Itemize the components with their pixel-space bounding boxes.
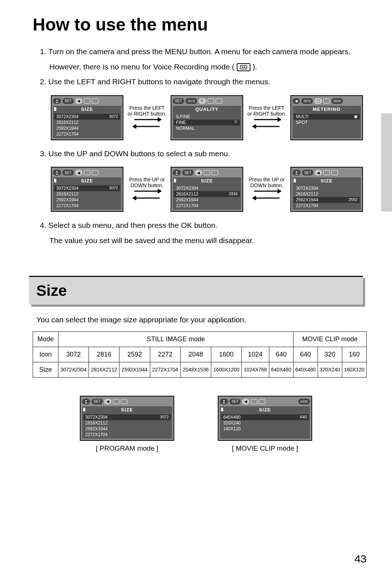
person-icon xyxy=(173,170,181,176)
screen-size-sel2: SET ◀ SIZE 3072X2304 2816X2112 2592X1944… xyxy=(290,167,363,212)
list-item: 3072X2304 xyxy=(174,185,240,191)
screen-title: SIZE xyxy=(220,406,310,413)
grid-icon xyxy=(323,170,330,175)
list-item: 2272X1704 xyxy=(174,203,240,209)
cell-mode-label: Mode xyxy=(33,331,58,347)
svg-marker-9 xyxy=(278,117,281,122)
svg-point-3 xyxy=(56,100,58,101)
globe-icon xyxy=(259,399,265,404)
list-item: 2592X1944 xyxy=(83,426,171,432)
tag-3072: 3072 xyxy=(301,98,313,104)
list-item: 2816X2112 xyxy=(83,420,171,426)
bottom-examples: SET ◀ SIZE 3072X23043072 2816X2112 2592X… xyxy=(29,396,363,452)
svg-marker-7 xyxy=(132,124,136,129)
list-item: 2272X1704 xyxy=(54,203,120,209)
cell-movie-label: MOVIE CLIP mode xyxy=(293,331,366,347)
multi-icon: ▣ xyxy=(354,114,358,119)
nav-left-icon: ◀ xyxy=(195,170,202,176)
screen-title: SIZE xyxy=(173,177,241,184)
list-item: 3072X2304 xyxy=(294,185,360,191)
step-4-line-a: 4. Select a sub menu, and then press the… xyxy=(40,219,363,231)
nav-left-icon: ◀ xyxy=(75,98,82,104)
table-row-mode: Mode STILL IMAGE mode MOVIE CLIP mode xyxy=(33,331,367,347)
cell-still-label: STILL IMAGE mode xyxy=(58,331,294,347)
press-lr-label: Press the LEFT or RIGHT button. xyxy=(127,105,167,117)
page-number: 43 xyxy=(355,553,367,565)
screen-size: SET ◀ SIZE 3072X23043072 2816X2112 2592X… xyxy=(51,95,123,140)
grid-icon xyxy=(113,399,119,404)
table-row-size: Size 3072X2304 2816X2112 2592X1944 2272X… xyxy=(33,362,367,377)
arrows-ud-2 xyxy=(248,188,286,202)
set-label: SET xyxy=(173,98,184,104)
set-label: SET xyxy=(302,170,313,176)
list-item: 2816X2112 xyxy=(54,191,120,197)
svg-rect-0 xyxy=(240,65,247,69)
tag-3072: 3072 xyxy=(185,98,197,104)
nav-left-icon: ◀ xyxy=(242,399,249,404)
svg-marker-14 xyxy=(158,189,162,193)
play-icon xyxy=(92,98,98,104)
screen-quality: SET 3072 ⠿ QUALITY S.FINE FINE⠿ NORMAL xyxy=(171,95,243,140)
grid-icon xyxy=(84,170,90,175)
list-item: MULTI▣ xyxy=(294,114,360,120)
list-item: SPOT xyxy=(294,120,360,125)
screen-title: SIZE xyxy=(53,177,121,184)
list-item xyxy=(294,125,360,131)
table-row-icon: Icon 3072 2816 2592 2272 2048 1600 1024 … xyxy=(33,347,367,362)
set-label: SET xyxy=(62,170,74,176)
set-label: SET xyxy=(229,399,241,404)
play-icon xyxy=(208,98,214,104)
press-lr-label-2: Press the LEFT or RIGHT button. xyxy=(247,105,287,117)
screen-title: SIZE xyxy=(82,406,172,413)
press-ud-label-2: Press the UP or DOWN button. xyxy=(247,177,287,188)
nav-left-icon: ◀ xyxy=(293,98,300,104)
screen-movie-mode: SET ◀ NOR SIZE 640X480640 320X240 160X12… xyxy=(218,396,312,441)
list-item: 3072X23043072 xyxy=(54,185,120,191)
cell-icon-label: Icon xyxy=(33,347,58,362)
arrows-lr xyxy=(128,117,166,130)
person-icon xyxy=(293,170,301,176)
person-icon xyxy=(53,98,61,104)
grid-icon xyxy=(84,98,90,104)
svg-point-24 xyxy=(223,400,225,402)
section-title: Size xyxy=(36,282,356,299)
screen-size-sel1: SET ◀ SIZE 3072X2304 2816X21122816 2592X… xyxy=(171,167,243,212)
list-item xyxy=(294,131,360,137)
svg-point-2 xyxy=(244,67,245,68)
screen-title-metering: METERING xyxy=(293,106,361,113)
step-1-line-b: However, there is no menu for Voice Reco… xyxy=(40,61,363,73)
svg-marker-21 xyxy=(252,196,256,200)
nav-left-icon: ◀ xyxy=(315,170,322,176)
set-label: SET xyxy=(91,399,103,404)
screen-metering: ◀ 3072 ▢ NOR METERING MULTI▣ SPOT xyxy=(290,95,363,140)
size-table: Mode STILL IMAGE mode MOVIE CLIP mode Ic… xyxy=(33,331,367,378)
section-intro: You can select the image size appropriat… xyxy=(36,315,363,324)
list-item: 2816X2112 xyxy=(294,191,360,197)
movie-caption: [ MOVIE CLIP mode ] xyxy=(218,444,312,452)
list-item: 160X120 xyxy=(221,426,309,432)
arrows-ud xyxy=(128,188,166,202)
page-title: How to use the menu xyxy=(33,15,363,35)
screen-program-mode: SET ◀ SIZE 3072X23043072 2816X2112 2592X… xyxy=(80,396,174,441)
nor-label: NOR xyxy=(331,98,343,104)
list-item: 2592X1944 xyxy=(174,197,240,203)
svg-marker-11 xyxy=(252,124,256,129)
list-item: 320X240 xyxy=(221,420,309,426)
nav-left-icon: ◀ xyxy=(75,170,82,176)
list-item: 2272X1704 xyxy=(83,432,171,438)
nav-ud-row: SET ◀ SIZE 3072X23043072 2816X2112 2592X… xyxy=(51,167,363,212)
thumb-tab xyxy=(381,113,392,212)
voice-recording-icon xyxy=(237,63,250,71)
person-icon xyxy=(220,399,228,404)
set-label: SET xyxy=(182,170,193,176)
step-1-text: However, there is no menu for Voice Reco… xyxy=(49,63,234,71)
blank-icon xyxy=(323,98,330,104)
play-icon xyxy=(331,170,338,175)
svg-point-23 xyxy=(85,400,87,402)
nav-left-icon: ◀ xyxy=(104,399,111,404)
step-4-line-b: The value you set will be saved and the … xyxy=(40,234,363,247)
svg-point-22 xyxy=(296,171,297,173)
list-item: 2592X1944 xyxy=(54,125,120,131)
nav-lr-row: SET ◀ SIZE 3072X23043072 2816X2112 2592X… xyxy=(51,95,363,140)
step-1-line-a: 1. Turn on the camera and press the MENU… xyxy=(40,45,363,58)
